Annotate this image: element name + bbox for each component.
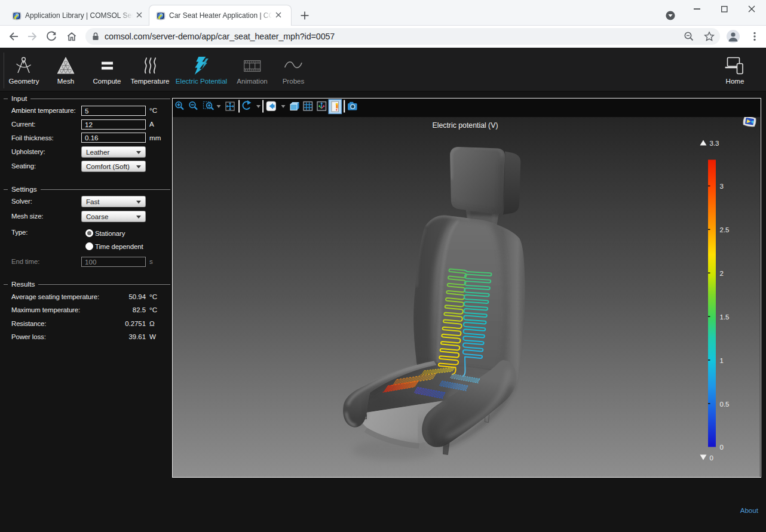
svg-text:2.5: 2.5 (720, 226, 730, 233)
svg-text:0: 0 (710, 454, 713, 461)
svg-text:3.3: 3.3 (710, 139, 719, 146)
svg-text:2: 2 (720, 269, 724, 276)
svg-text:1: 1 (720, 356, 724, 364)
svg-text:Electric potential (V): Electric potential (V) (432, 121, 498, 129)
svg-text:0.5: 0.5 (720, 400, 730, 407)
svg-text:1.5: 1.5 (720, 313, 730, 320)
svg-text:3: 3 (720, 182, 724, 189)
svg-text:0: 0 (720, 443, 724, 450)
